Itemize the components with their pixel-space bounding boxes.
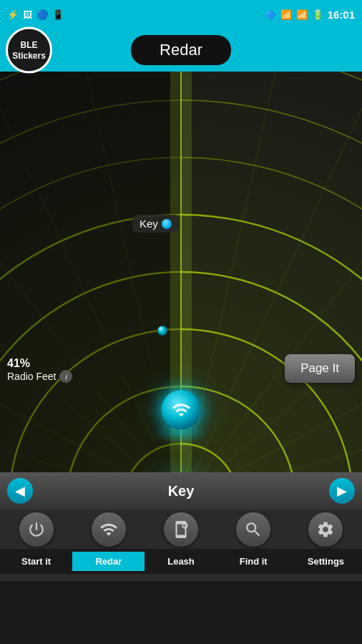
nav-label-leash[interactable]: Leash	[145, 552, 217, 571]
header: BLE Stickers Redar	[0, 29, 362, 72]
time-display: 16:01	[328, 9, 355, 21]
usb-icon: ⚡	[7, 9, 19, 20]
device-bar: ◀ Key ▶	[0, 472, 362, 509]
nav-icon-start[interactable]	[0, 512, 72, 547]
key-dot-icon	[162, 219, 172, 229]
settings-icon	[316, 520, 335, 539]
page-it-button[interactable]: Page It	[285, 354, 355, 383]
nav-icons-row	[0, 509, 362, 549]
ble-logo: BLE Stickers	[6, 27, 52, 74]
nav-label-redar[interactable]: Redar	[72, 552, 145, 571]
app-title: Redar	[160, 41, 202, 59]
bt-device-icon: 🔵	[36, 9, 48, 20]
prev-device-button[interactable]: ◀	[7, 478, 33, 504]
key-label-text: Key	[140, 218, 158, 230]
nav-label-find[interactable]: Find it	[217, 552, 290, 571]
bluetooth-icon: 🔷	[265, 9, 276, 20]
wifi-icon: 📶	[280, 9, 292, 20]
nav-label-start[interactable]: Start it	[0, 552, 72, 571]
settings-icon-circle	[308, 512, 343, 547]
power-icon	[27, 520, 46, 539]
status-left-icons: ⚡ 🖼 🔵 📱	[7, 9, 64, 20]
nav-icon-find[interactable]	[217, 512, 290, 547]
wifi-beacon-icon	[171, 400, 191, 420]
nav-label-settings[interactable]: Settings	[290, 552, 362, 571]
radar-stats: 41% Radio Feet i	[7, 357, 72, 383]
signal-percent: 41%	[7, 357, 72, 370]
ble-logo-text: BLE Stickers	[12, 40, 46, 61]
screen-icon: 📱	[52, 9, 64, 20]
search-icon-circle	[236, 512, 270, 547]
nav-icon-redar[interactable]	[72, 512, 145, 547]
nav-icon-leash[interactable]	[145, 512, 217, 547]
find-icon	[244, 520, 263, 539]
leash-icon	[172, 520, 190, 539]
radar-area: Key 41% Radio Feet i Page It	[0, 72, 362, 472]
status-bar: ⚡ 🖼 🔵 📱 🔷 📶 📶 🔋 16:01	[0, 0, 362, 29]
app-title-pill: Redar	[131, 35, 231, 65]
radar-icon	[99, 520, 118, 539]
next-device-button[interactable]: ▶	[329, 478, 355, 504]
battery-icon: 🔋	[312, 9, 323, 20]
power-icon-circle	[19, 512, 54, 547]
nav-icon-settings[interactable]	[290, 512, 362, 547]
signal-icon: 📶	[296, 9, 308, 20]
info-icon[interactable]: i	[59, 370, 72, 383]
device-name: Key	[33, 483, 329, 499]
radar-center	[162, 390, 201, 429]
key-label: Key	[132, 215, 179, 233]
signal-label: Radio Feet i	[7, 370, 72, 383]
wifi-icon-circle	[92, 512, 126, 547]
nav-labels-row: Start it Redar Leash Find it Settings	[0, 549, 362, 574]
bottom-nav: Start it Redar Leash Find it Settings	[0, 509, 362, 581]
status-right-icons: 🔷 📶 📶 🔋 16:01	[265, 9, 355, 21]
radar-beacon	[162, 390, 201, 429]
phone-icon-circle	[164, 512, 198, 547]
image-icon: 🖼	[23, 9, 32, 20]
